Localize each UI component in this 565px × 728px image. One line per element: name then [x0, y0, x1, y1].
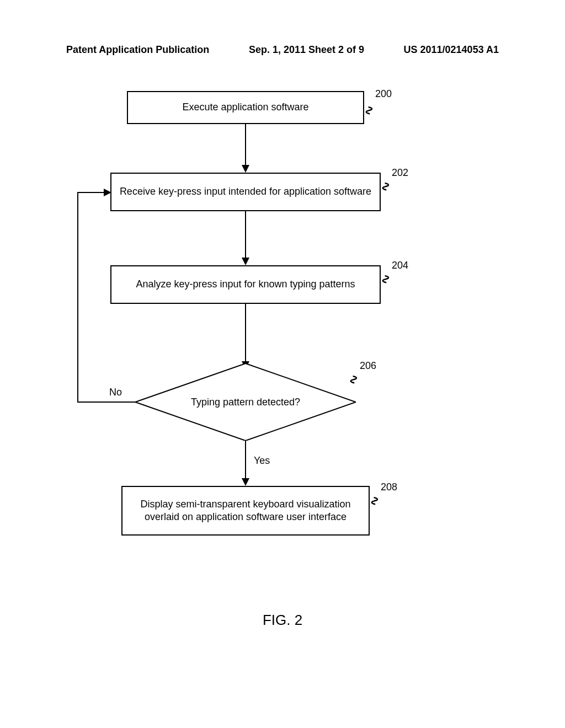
ref-connector-icon: ∿: [362, 105, 376, 115]
decision-typing-pattern: Typing pattern detected?: [135, 363, 356, 441]
decision-text: Typing pattern detected?: [191, 397, 300, 408]
step-execute-software: Execute application software: [127, 91, 364, 124]
ref-connector-icon: ∿: [347, 374, 361, 384]
step-receive-keypress: Receive key-press input intended for app…: [110, 173, 381, 211]
ref-202: 202: [392, 167, 408, 179]
step-display-keyboard-overlay: Display semi-transparent keyboard visual…: [121, 486, 370, 536]
header-left: Patent Application Publication: [66, 44, 209, 56]
connector: [245, 441, 246, 480]
arrowhead-icon: [242, 258, 249, 265]
ref-204: 204: [392, 260, 408, 271]
ref-206: 206: [360, 360, 376, 372]
connector: [245, 124, 246, 167]
edge-label-yes: Yes: [254, 455, 270, 467]
arrowhead-icon: [104, 189, 111, 196]
arrowhead-icon: [242, 478, 249, 486]
arrowhead-icon: [242, 165, 249, 173]
flowchart: Execute application software ∿ 200 Recei…: [0, 91, 565, 587]
ref-connector-icon: ∿: [367, 496, 382, 506]
connector: [245, 211, 246, 260]
step-analyze-keypress: Analyze key-press input for known typing…: [110, 265, 381, 304]
header-center: Sep. 1, 2011 Sheet 2 of 9: [249, 44, 364, 56]
ref-connector-icon: ∿: [379, 181, 393, 191]
figure-caption: FIG. 2: [0, 612, 565, 629]
header-right: US 2011/0214053 A1: [404, 44, 499, 56]
ref-208: 208: [381, 481, 397, 493]
connector: [77, 192, 78, 403]
connector: [77, 402, 136, 403]
page-header: Patent Application Publication Sep. 1, 2…: [0, 44, 565, 56]
connector: [245, 304, 246, 363]
ref-200: 200: [375, 88, 392, 100]
connector: [77, 192, 104, 193]
edge-label-no: No: [109, 387, 122, 398]
ref-connector-icon: ∿: [379, 274, 393, 284]
